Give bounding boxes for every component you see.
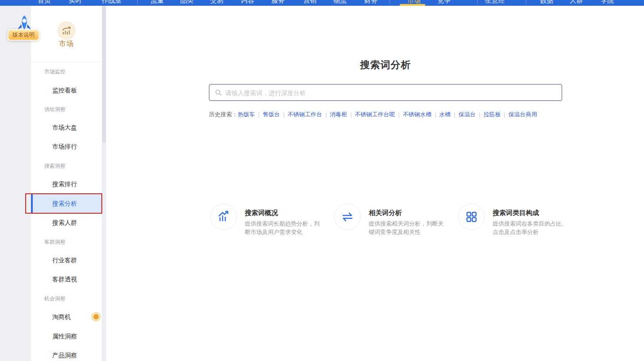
search-input[interactable]	[224, 85, 558, 101]
history-term[interactable]: 拉筋板	[483, 111, 501, 118]
history-separator: |	[325, 111, 327, 118]
history-term[interactable]: 热饭车	[238, 111, 255, 118]
nav-divider	[526, 0, 526, 4]
sidebar: 市场 市场监控 监控看板 供给洞察 市场大盘 市场排行 搜索洞察 搜索排行 搜索…	[31, 6, 102, 361]
sidebar-item-market-overview[interactable]: 市场大盘	[52, 124, 77, 132]
sidebar-item-customer-perspective[interactable]: 客群透视	[52, 276, 77, 284]
sidebar-section-customer-insight: 客群洞察	[44, 238, 66, 246]
page-title: 搜索词分析	[209, 58, 562, 72]
top-nav-bar: 首页 实时 作战室 流量 品类 交易 内容 服务 营销 物流 财务 市场 竞争 …	[0, 0, 644, 6]
sidebar-item-search-audience[interactable]: 搜索人群	[52, 219, 77, 227]
search-icon	[215, 89, 222, 96]
feature-title: 搜索词概况	[245, 209, 278, 217]
nav-divider	[477, 0, 478, 4]
feature-title: 搜索词类目构成	[493, 209, 539, 217]
nav-item[interactable]: 作战室	[102, 0, 122, 4]
nav-item[interactable]: 财务	[364, 0, 378, 4]
search-box	[209, 84, 562, 101]
market-trend-icon	[57, 21, 76, 40]
nav-divider	[137, 0, 138, 4]
nav-item-market-active[interactable]: 市场	[407, 0, 420, 4]
history-separator: |	[350, 111, 351, 118]
sidebar-section-supply-insight: 供给洞察	[44, 106, 66, 113]
category-grid-icon	[458, 204, 485, 230]
history-separator: |	[258, 111, 259, 118]
sidebar-section-opportunity-insight: 机会洞察	[44, 295, 66, 303]
sidebar-item-attribute-insight[interactable]: 属性洞察	[52, 333, 77, 341]
nav-item[interactable]: 营销	[303, 0, 316, 4]
sidebar-active-item-accent-bar	[31, 193, 33, 214]
history-term[interactable]: 保温台	[459, 111, 476, 118]
sidebar-item-search-ranking[interactable]: 搜索排行	[52, 180, 77, 188]
sidebar-section-market-monitor: 市场监控	[44, 68, 66, 76]
sidebar-scrollbar-thumb[interactable]	[102, 6, 106, 143]
swap-arrows-icon	[334, 204, 361, 230]
sidebar-item-industry-customers[interactable]: 行业客群	[52, 257, 77, 265]
history-term[interactable]: 不锈钢工作台呢	[355, 111, 395, 118]
nav-item[interactable]: 交易	[210, 0, 224, 4]
page: 首页 实时 作战室 流量 品类 交易 内容 服务 营销 物流 财务 市场 竞争 …	[0, 0, 644, 361]
feature-desc: 提供搜索词长期趋势分析，判断市场及用户需求变化	[245, 220, 323, 236]
sidebar-item-tao-opportunity[interactable]: 淘商机	[52, 313, 71, 321]
trend-chart-icon	[210, 204, 237, 230]
history-term[interactable]: 消毒柜	[330, 111, 347, 118]
nav-item[interactable]: 内容	[241, 0, 255, 4]
main-content: 搜索词分析 历史搜索：热饭车|售饭台|不锈钢工作台|消毒柜|不锈钢工作台呢|不锈…	[106, 6, 644, 361]
history-term[interactable]: 不锈钢工作台	[288, 111, 322, 118]
history-separator: |	[454, 111, 455, 118]
nav-item[interactable]: 物流	[333, 0, 347, 4]
feature-desc: 提供搜索相关词分析，判断关键词竞争度及相关性	[369, 220, 447, 236]
sidebar-item-search-analysis-active[interactable]: 搜索分析	[52, 193, 77, 214]
nav-item[interactable]: 生意经	[485, 0, 505, 4]
history-term[interactable]: 保温台商用	[509, 111, 537, 118]
sidebar-item-product-insight[interactable]: 产品洞察	[52, 352, 77, 360]
sidebar-category-title: 市场	[31, 39, 102, 49]
nav-item[interactable]: 学院	[601, 0, 614, 4]
nav-item[interactable]: 人群	[570, 0, 583, 4]
history-separator: |	[435, 111, 436, 118]
nav-item[interactable]: 首页	[38, 0, 51, 4]
feature-desc: 提供搜索词在各类目的占比、点击及点击率分析	[493, 220, 571, 236]
history-separator: |	[479, 111, 480, 118]
search-history: 历史搜索：热饭车|售饭台|不锈钢工作台|消毒柜|不锈钢工作台呢|不锈钢水槽|水槽…	[209, 111, 607, 119]
history-separator: |	[283, 111, 284, 118]
nav-item[interactable]: 实时	[69, 0, 82, 4]
active-tab-underline	[400, 4, 425, 6]
feature-title: 相关词分析	[369, 209, 402, 217]
nav-item[interactable]: 流量	[150, 0, 164, 4]
history-term[interactable]: 水槽	[439, 111, 451, 118]
sidebar-item-monitor-board[interactable]: 监控看板	[52, 87, 77, 95]
nav-item[interactable]: 竞争	[437, 0, 451, 4]
history-term[interactable]: 不锈钢水槽	[403, 111, 432, 118]
history-separator: |	[398, 111, 400, 118]
history-separator: |	[504, 111, 505, 118]
nav-item[interactable]: 服务	[271, 0, 285, 4]
nav-item[interactable]: 品类	[180, 0, 193, 4]
new-badge-dot	[93, 314, 99, 319]
version-notes-badge[interactable]: 版本说明	[8, 29, 39, 41]
history-label: 历史搜索：	[209, 111, 238, 118]
history-term[interactable]: 售饭台	[262, 111, 280, 118]
sidebar-item-market-ranking[interactable]: 市场排行	[52, 143, 77, 151]
nav-divider	[389, 0, 390, 4]
nav-item[interactable]: 数据	[540, 0, 553, 4]
sidebar-section-search-insight: 搜索洞察	[44, 162, 66, 170]
sidebar-divider	[31, 62, 102, 62]
